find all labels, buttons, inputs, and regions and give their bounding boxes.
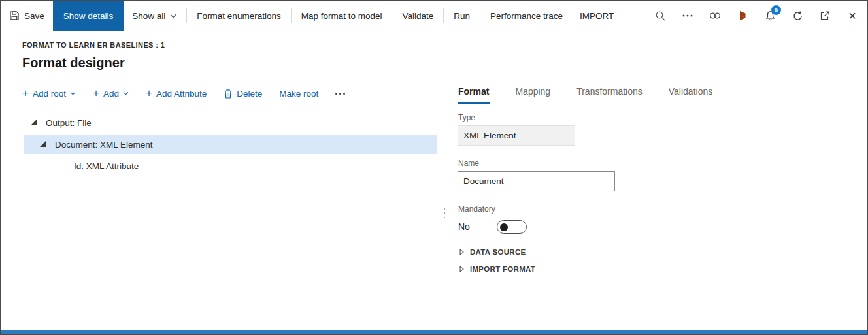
horizontal-scrollbar[interactable] bbox=[1, 330, 867, 334]
performance-trace-label: Performance trace bbox=[490, 11, 563, 21]
tree-node-label: Id: XML Attribute bbox=[74, 161, 139, 171]
tab-mapping[interactable]: Mapping bbox=[514, 86, 551, 104]
name-field[interactable] bbox=[458, 171, 615, 191]
plus-icon: + bbox=[93, 88, 99, 99]
close-icon[interactable]: × bbox=[846, 10, 858, 22]
show-details-label: Show details bbox=[63, 11, 114, 21]
mandatory-field-label: Mandatory bbox=[458, 204, 495, 214]
toolbar-separator bbox=[480, 8, 480, 23]
trash-icon bbox=[224, 89, 233, 99]
import-button[interactable]: IMPORT bbox=[571, 1, 622, 31]
add-root-label: Add root bbox=[33, 89, 66, 99]
breadcrumb: FORMAT TO LEARN ER BASELINES : 1 bbox=[22, 41, 165, 49]
add-attribute-button[interactable]: + Add Attribute bbox=[146, 89, 207, 99]
run-button[interactable]: Run bbox=[445, 1, 478, 31]
format-enumerations-button[interactable]: Format enumerations bbox=[188, 1, 289, 31]
dynamics-logo-icon[interactable] bbox=[737, 10, 748, 22]
tab-format[interactable]: Format bbox=[458, 86, 490, 104]
toolbar-separator bbox=[291, 8, 292, 23]
notification-badge: 0 bbox=[771, 5, 781, 15]
name-field-label: Name bbox=[458, 159, 479, 168]
toolbar-separator bbox=[392, 8, 392, 23]
notifications-bell-icon[interactable]: 0 bbox=[764, 10, 776, 22]
type-field-label: Type bbox=[458, 113, 475, 122]
refresh-icon[interactable] bbox=[792, 10, 803, 22]
data-source-section-label: DATA SOURCE bbox=[470, 248, 526, 256]
tree-expander-icon[interactable] bbox=[31, 120, 37, 126]
format-tree: Output: File Document: XML Element Id: X… bbox=[24, 113, 437, 178]
detail-tabs: Format Mapping Transformations Validatio… bbox=[458, 86, 713, 104]
tree-node-label: Document: XML Element bbox=[55, 140, 153, 150]
validate-label: Validate bbox=[402, 11, 433, 21]
format-enumerations-label: Format enumerations bbox=[197, 11, 280, 21]
tree-row[interactable]: Id: XML Attribute bbox=[24, 156, 437, 176]
add-attribute-label: Add Attribute bbox=[156, 89, 207, 99]
make-root-button[interactable]: Make root bbox=[279, 89, 318, 99]
designer-more-icon[interactable] bbox=[335, 93, 345, 95]
show-details-button[interactable]: Show details bbox=[53, 1, 124, 31]
delete-button[interactable]: Delete bbox=[224, 89, 262, 99]
chevron-down-icon bbox=[123, 91, 129, 95]
chevron-right-icon bbox=[459, 249, 464, 255]
tree-node-label: Output: File bbox=[46, 118, 92, 128]
plus-icon: + bbox=[22, 88, 29, 99]
run-label: Run bbox=[454, 11, 470, 21]
map-format-to-model-label: Map format to model bbox=[301, 11, 382, 21]
import-format-section-label: IMPORT FORMAT bbox=[470, 265, 535, 273]
map-format-to-model-button[interactable]: Map format to model bbox=[293, 1, 391, 31]
tree-row[interactable]: Output: File bbox=[24, 113, 437, 133]
save-label: Save bbox=[24, 11, 44, 21]
chevron-down-icon bbox=[170, 14, 176, 18]
add-label: Add bbox=[103, 89, 119, 99]
plus-icon: + bbox=[146, 88, 152, 99]
tree-expander-icon[interactable] bbox=[40, 141, 46, 148]
search-icon[interactable] bbox=[654, 10, 666, 22]
add-button[interactable]: + Add bbox=[93, 89, 129, 99]
app-window: Save Show details Show all Format enumer… bbox=[0, 0, 868, 335]
mandatory-toggle[interactable] bbox=[497, 220, 527, 234]
toggle-knob bbox=[500, 223, 508, 231]
show-all-button[interactable]: Show all bbox=[124, 1, 185, 31]
page-title: Format designer bbox=[22, 56, 125, 71]
add-root-button[interactable]: + Add root bbox=[22, 89, 76, 99]
toolbar-separator bbox=[443, 8, 444, 23]
save-button[interactable]: Save bbox=[1, 1, 53, 31]
toolbar-icon-group: 0 × bbox=[654, 1, 867, 31]
make-root-label: Make root bbox=[279, 89, 318, 99]
action-pane: Save Show details Show all Format enumer… bbox=[1, 1, 867, 31]
save-icon bbox=[9, 10, 20, 21]
tree-row-selected[interactable]: Document: XML Element bbox=[24, 135, 437, 154]
mandatory-value: No bbox=[458, 221, 470, 232]
performance-trace-button[interactable]: Performance trace bbox=[482, 1, 571, 31]
validate-button[interactable]: Validate bbox=[393, 1, 442, 31]
type-field[interactable] bbox=[458, 125, 575, 146]
designer-toolbar: + Add root + Add + Add Attribute bbox=[22, 86, 345, 101]
more-options-icon[interactable] bbox=[682, 10, 693, 22]
delete-label: Delete bbox=[237, 89, 262, 99]
toolbar-separator bbox=[186, 8, 187, 23]
popout-icon[interactable] bbox=[819, 10, 831, 22]
import-label: IMPORT bbox=[580, 11, 614, 21]
show-all-label: Show all bbox=[132, 11, 165, 21]
import-format-section-header[interactable]: IMPORT FORMAT bbox=[459, 265, 535, 273]
chevron-right-icon bbox=[459, 266, 464, 272]
data-source-section-header[interactable]: DATA SOURCE bbox=[459, 248, 526, 256]
tab-validations[interactable]: Validations bbox=[668, 86, 713, 104]
chevron-down-icon bbox=[70, 91, 76, 95]
panel-splitter[interactable] bbox=[441, 105, 448, 321]
tab-transformations[interactable]: Transformations bbox=[576, 86, 643, 104]
infinity-icon[interactable] bbox=[709, 10, 721, 22]
